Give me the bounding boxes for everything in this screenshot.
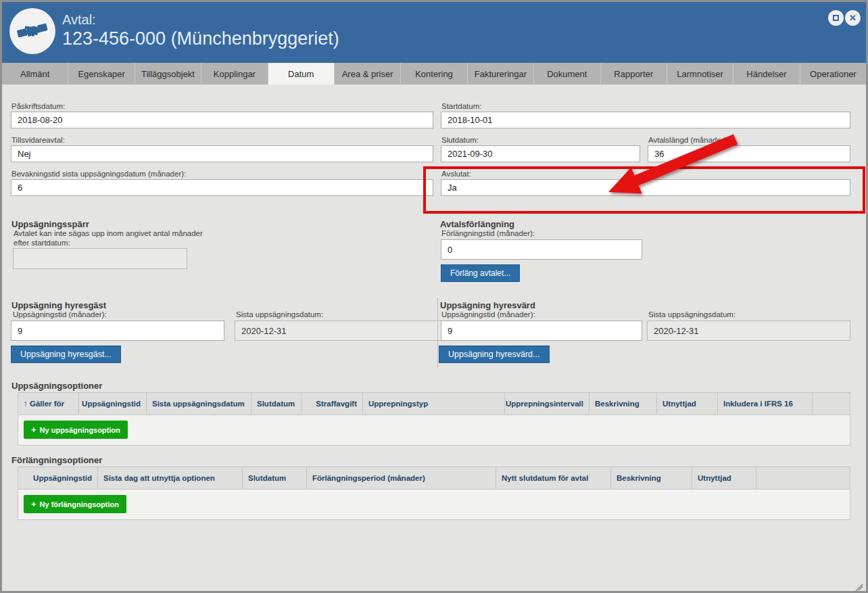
title-app-label: Avtal:	[62, 11, 339, 28]
tab-operationer[interactable]: Operationer	[800, 63, 866, 85]
hyresvard-sista-input: 2020-12-31	[647, 321, 850, 341]
tab-area-priser[interactable]: Area & priser	[335, 63, 401, 85]
avslutat-label: Avslutat:	[441, 170, 471, 178]
tab-egenskaper[interactable]: Egenskaper	[68, 63, 135, 85]
avtalsforlangning-title: Avtalsförlängning	[440, 219, 514, 229]
uppsagning-hyresvard-title: Uppsägning hyresvärd	[440, 300, 535, 310]
section-divider	[437, 298, 438, 367]
tillsvidareavtal-input[interactable]: Nej	[11, 145, 433, 162]
hyresgast-tid-input[interactable]: 9	[11, 321, 224, 341]
uppsagningsoptioner-table: ↑ Gäller förUppsägningstidSista uppsägni…	[18, 392, 850, 446]
column-header-g-ller-f-r[interactable]: ↑ Gäller för	[18, 393, 79, 414]
tab-kontering[interactable]: Kontering	[401, 63, 467, 85]
tab-allm-nt[interactable]: Allmänt	[2, 63, 68, 85]
startdatum-label: Startdatum:	[441, 102, 481, 110]
avtalslangd-label: Avtalslängd (månader):	[648, 136, 729, 144]
column-header-sista-upps-gningsdatum[interactable]: Sista uppsägningsdatum	[147, 393, 251, 414]
startdatum-input[interactable]: 2018-10-01	[441, 112, 850, 128]
hyresgast-sista-label: Sista uppsägningsdatum:	[236, 310, 323, 318]
column-header-slutdatum[interactable]: Slutdatum	[251, 393, 302, 414]
tab-till-ggsobjekt[interactable]: Tilläggsobjekt	[135, 63, 201, 85]
tillsvidareavtal-label: Tillsvidareavtal:	[11, 136, 65, 144]
uppsagningsoptioner-header-row[interactable]: ↑ Gäller förUppsägningstidSista uppsägni…	[18, 393, 850, 415]
forlang-avtalet-button[interactable]: Förläng avtalet...	[441, 264, 520, 282]
resize-grip[interactable]	[855, 581, 863, 589]
bevakningstid-input[interactable]: 6	[11, 179, 433, 196]
slutdatum-input[interactable]: 2021-09-30	[441, 145, 640, 162]
uppsagningssparr-input	[13, 248, 187, 269]
maximize-button[interactable]	[828, 10, 844, 26]
uppsagningssparr-desc-2: efter startdatum:	[14, 239, 70, 247]
hyresvard-tid-label: Uppsägningstid (månader):	[441, 310, 535, 318]
contract-window: Avtal: 123-456-000 (Münchenbryggeriet) ✕…	[0, 0, 868, 593]
forlangningsoptioner-header-row[interactable]: UppsägningstidSista dag att utnyttja opt…	[18, 467, 850, 490]
forlangningsoptioner-table: UppsägningstidSista dag att utnyttja opt…	[18, 467, 850, 520]
uppsagning-hyresgast-title: Uppsägning hyresgäst	[11, 300, 106, 310]
tab-h-ndelser[interactable]: Händelser	[733, 63, 800, 85]
column-header-utnyttjad[interactable]: Utnyttjad	[657, 393, 718, 414]
plus-icon: +	[31, 425, 37, 435]
uppsagning-hyresvard-button[interactable]: Uppsägning hyresvärd...	[439, 346, 550, 363]
column-header-nytt-slutdatum-f-r-avtal[interactable]: Nytt slutdatum för avtal	[496, 467, 611, 489]
avslutat-input[interactable]: Ja	[441, 179, 850, 196]
column-header-upps-gningstid[interactable]: Uppsägningstid	[18, 467, 98, 489]
uppsagningssparr-desc-1: Avtalet kan inte sägas upp inom angivet …	[14, 229, 203, 237]
forlangningsoptioner-title: Förlängningsoptioner	[11, 455, 102, 465]
hyresvard-sista-label: Sista uppsägningsdatum:	[648, 310, 736, 318]
close-button[interactable]: ✕	[845, 10, 861, 26]
uppsagning-hyresgast-button[interactable]: Uppsägning hyresgäst...	[11, 346, 121, 363]
column-header-upprepningsintervall[interactable]: Upprepningsintervall	[505, 393, 589, 414]
column-header-sista-dag-att-utnyttja-optionen[interactable]: Sista dag att utnyttja optionen	[98, 467, 243, 489]
column-header-beskrivning[interactable]: Beskrivning	[611, 467, 692, 489]
tab-bar: AllmäntEgenskaperTilläggsobjektKopplinga…	[2, 63, 866, 85]
tab-larmnotiser[interactable]: Larmnotiser	[667, 63, 733, 85]
ny-forlangningsoption-label: Ny förlängningsoption	[40, 500, 119, 508]
plus-icon: +	[31, 499, 37, 509]
ny-uppsagningsoption-button[interactable]: + Ny uppsägningsoption	[24, 421, 128, 439]
close-icon: ✕	[849, 13, 857, 23]
forlangningstid-input[interactable]: 0	[441, 239, 642, 260]
title-contract-name: 123-456-000 (Münchenbryggeriet)	[62, 28, 339, 50]
column-header-empty	[756, 467, 850, 489]
ny-forlangningsoption-button[interactable]: + Ny förlängningsoption	[24, 495, 126, 513]
tab-datum[interactable]: Datum	[268, 63, 335, 85]
avtalslangd-input[interactable]: 36	[648, 145, 850, 162]
handshake-icon	[9, 8, 55, 54]
hyresgast-sista-input: 2020-12-31	[235, 321, 445, 341]
paskriftsdatum-input[interactable]: 2018-08-20	[11, 112, 433, 128]
slutdatum-label: Slutdatum:	[441, 136, 479, 144]
column-header-beskrivning[interactable]: Beskrivning	[589, 393, 657, 414]
forlangningsoptioner-empty-row: + Ny förlängningsoption	[18, 490, 850, 519]
forlangningstid-label: Förlängningstid (månader):	[441, 229, 535, 237]
tab-rapporter[interactable]: Rapporter	[601, 63, 667, 85]
column-header-empty	[813, 393, 850, 414]
window-header: Avtal: 123-456-000 (Münchenbryggeriet) ✕	[2, 2, 866, 63]
page-title: Avtal: 123-456-000 (Münchenbryggeriet)	[62, 11, 339, 50]
bevakningstid-label: Bevakningstid sista uppsägningsdatum (må…	[11, 170, 186, 178]
column-header-straffavgift[interactable]: Straffavgift	[302, 393, 363, 414]
hyresgast-tid-label: Uppsägningstid (månader):	[13, 310, 107, 318]
uppsagningsoptioner-empty-row: + Ny uppsägningsoption	[18, 415, 850, 445]
column-header-utnyttjad[interactable]: Utnyttjad	[692, 467, 756, 489]
column-header-inkludera-i-ifrs-16[interactable]: Inkludera i IFRS 16	[718, 393, 813, 414]
tab-kopplingar[interactable]: Kopplingar	[201, 63, 268, 85]
hyresvard-tid-input[interactable]: 9	[441, 321, 642, 341]
maximize-icon	[833, 15, 839, 21]
tab-dokument[interactable]: Dokument	[534, 63, 600, 85]
column-header-upprepningstyp[interactable]: Upprepningstyp	[363, 393, 505, 414]
uppsagningsoptioner-title: Uppsägningsoptioner	[11, 381, 102, 391]
uppsagningssparr-title: Uppsägningsspärr	[11, 219, 89, 229]
column-header-slutdatum[interactable]: Slutdatum	[243, 467, 307, 489]
column-header-upps-gningstid[interactable]: Uppsägningstid	[79, 393, 147, 414]
ny-uppsagningsoption-label: Ny uppsägningsoption	[40, 426, 120, 434]
column-header-f-rl-ngningsperiod-m-nader-[interactable]: Förlängningsperiod (månader)	[307, 467, 496, 489]
tab-faktureringar[interactable]: Faktureringar	[468, 63, 534, 85]
paskriftsdatum-label: Påskriftsdatum:	[11, 102, 65, 110]
